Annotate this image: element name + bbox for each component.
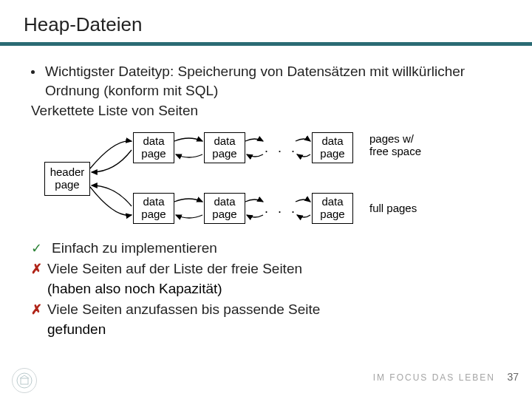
x-icon: ✗ (31, 301, 47, 318)
svg-rect-1 (21, 378, 28, 384)
box-data-bot-3: data page (312, 193, 353, 224)
box-data-top-1: data page (133, 132, 174, 163)
con-2-text: Viele Seiten anzufassen bis passende Sei… (47, 300, 320, 319)
pro-1: ✓ Einfach zu implementieren (31, 239, 508, 258)
box-data-bot-1: data page (133, 193, 174, 224)
footer (0, 368, 532, 393)
bullet-1-text: Wichtigster Dateityp: Speicherung von Da… (45, 62, 508, 100)
x-icon: ✗ (31, 260, 47, 278)
bullet-dot (31, 70, 35, 74)
box-data-bot-2: data page (204, 193, 245, 224)
box-data-top-2: data page (204, 132, 245, 163)
slide-title: Heap-Dateien (24, 13, 508, 36)
title-rule (0, 42, 532, 46)
con-2: ✗ Viele Seiten anzufassen bis passende S… (31, 300, 508, 319)
bullet-1: Wichtigster Dateityp: Speicherung von Da… (31, 62, 508, 100)
box-header-page: header page (44, 162, 90, 196)
label-full-pages: full pages (369, 202, 417, 214)
con-1: ✗ Viele Seiten auf der Liste der freie S… (31, 259, 508, 279)
subline: Verkettete Liste von Seiten (31, 101, 508, 120)
con-2-sub: gefunden (47, 320, 508, 339)
label-pages-free-space: pages w/ free space (369, 132, 421, 158)
check-icon: ✓ (31, 239, 47, 257)
seal-svg (16, 372, 33, 389)
dots-bottom: . . . (265, 201, 298, 216)
pro-1-text: Einfach zu implementieren (52, 239, 217, 258)
dots-top: . . . (265, 140, 298, 156)
linked-list-diagram: header page data page data page . . . da… (44, 128, 488, 230)
university-seal-icon (12, 368, 37, 393)
con-1-sub: (haben also noch Kapazität) (47, 279, 508, 299)
con-1-text: Viele Seiten auf der Liste der freie Sei… (47, 259, 302, 279)
box-data-top-3: data page (312, 132, 353, 163)
